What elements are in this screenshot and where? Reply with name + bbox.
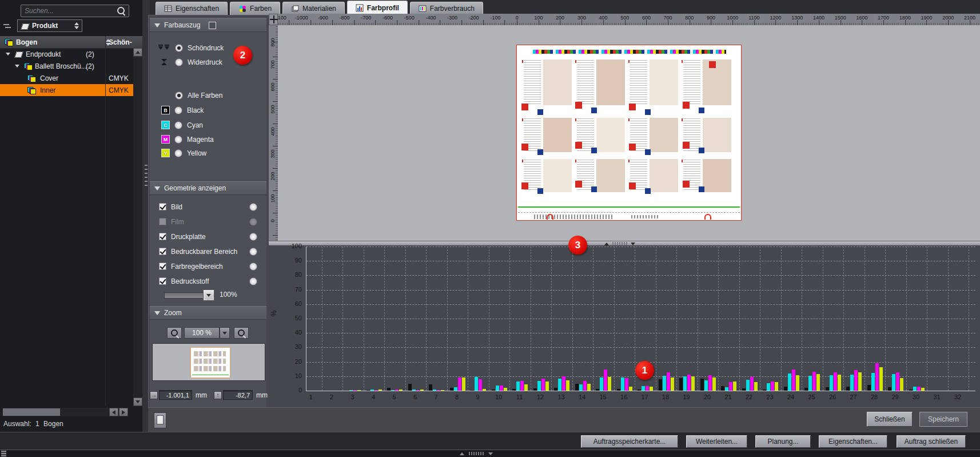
geometry-checkbox[interactable] bbox=[159, 203, 166, 210]
collapse-all-icon[interactable] bbox=[3, 23, 11, 30]
ink-zone-22[interactable] bbox=[741, 377, 758, 391]
ink-zone-10[interactable] bbox=[491, 386, 508, 391]
tree-row-cover[interactable]: Cover CMYK bbox=[0, 72, 133, 84]
ink-zone-8[interactable] bbox=[449, 377, 466, 391]
geometry-radio[interactable] bbox=[249, 277, 257, 285]
section-farbauszug[interactable]: Farbauszug bbox=[150, 18, 266, 32]
tree-vertical-scrollbar[interactable] bbox=[133, 48, 142, 406]
geometry-radio[interactable] bbox=[249, 203, 257, 211]
ink-zone-24[interactable] bbox=[783, 369, 800, 391]
section-geometrie[interactable]: Geometrie anzeigen bbox=[150, 181, 266, 195]
y-coordinate-field[interactable]: -82,7 bbox=[223, 390, 253, 400]
job-button-2[interactable]: Planung... bbox=[755, 435, 811, 448]
section-zoom[interactable]: Zoom bbox=[150, 306, 266, 320]
ink-zone-29[interactable] bbox=[887, 372, 905, 391]
tab-materialien[interactable]: Materialien bbox=[282, 2, 345, 15]
geometry-checkbox[interactable] bbox=[159, 248, 166, 255]
scroll-right-button[interactable] bbox=[119, 408, 128, 416]
geometry-radio[interactable] bbox=[249, 233, 257, 241]
option-magenta[interactable]: M Magenta bbox=[161, 134, 214, 144]
ink-zone-25[interactable] bbox=[804, 372, 821, 391]
tab-farbverbrauch[interactable]: Farbverbrauch bbox=[410, 2, 483, 15]
job-button-1[interactable]: Weiterleiten... bbox=[686, 435, 747, 448]
tree-row-endprodukt[interactable]: Endprodukt (2) bbox=[0, 48, 133, 60]
ink-zone-23[interactable] bbox=[762, 382, 779, 391]
zoom-out-button[interactable] bbox=[167, 327, 182, 339]
job-button-3[interactable]: Eigenschaften... bbox=[819, 435, 887, 448]
splitter-grip[interactable] bbox=[145, 165, 148, 188]
ink-zone-13[interactable] bbox=[553, 376, 571, 391]
black-radio[interactable] bbox=[174, 106, 182, 114]
ink-zone-11[interactable] bbox=[512, 381, 529, 391]
cyan-radio[interactable] bbox=[174, 121, 182, 129]
ink-zone-27[interactable] bbox=[846, 370, 863, 391]
tree-row-inner-selected[interactable]: Inner CMYK bbox=[0, 84, 133, 96]
scroll-down-button[interactable] bbox=[133, 398, 142, 406]
geometry-option-4[interactable]: Farbregelbereich bbox=[159, 261, 257, 271]
canvas-chart-splitter[interactable] bbox=[269, 241, 980, 245]
opacity-slider[interactable] bbox=[164, 292, 204, 299]
option-widerdruck[interactable]: Widerdruck bbox=[158, 57, 222, 67]
x-coordinate-field[interactable]: -1.001,1 bbox=[159, 390, 192, 400]
schoendruck-radio[interactable] bbox=[175, 44, 183, 52]
search-input[interactable]: Suchen... bbox=[21, 5, 129, 17]
geometry-option-1[interactable]: Film bbox=[159, 217, 257, 226]
tab-farbprofil[interactable]: Farbprofil bbox=[347, 1, 408, 15]
scroll-left-button[interactable] bbox=[109, 408, 118, 416]
expander-icon[interactable] bbox=[15, 65, 19, 67]
tree-header-row[interactable]: Bogen Schön- bbox=[0, 36, 142, 49]
tree-horizontal-scrollbar[interactable] bbox=[2, 408, 128, 416]
option-black[interactable]: B Black bbox=[161, 105, 204, 115]
ink-zone-18[interactable] bbox=[658, 372, 675, 391]
geometry-option-3[interactable]: Bedruckbarer Bereich bbox=[159, 247, 257, 256]
widerdruck-radio[interactable] bbox=[175, 58, 183, 66]
job-button-0[interactable]: Auftragsspeicherkarte... bbox=[581, 435, 678, 448]
window-grid-icon[interactable] bbox=[1, 451, 6, 456]
navigator-thumbnail[interactable] bbox=[152, 343, 265, 381]
zoom-in-button[interactable] bbox=[234, 327, 249, 339]
option-schoendruck[interactable]: Schöndruck bbox=[158, 43, 224, 53]
geometry-radio[interactable] bbox=[249, 248, 257, 256]
job-button-4[interactable]: Auftrag schließen bbox=[897, 435, 966, 448]
sheet-document-icon[interactable] bbox=[154, 412, 166, 428]
tab-farben[interactable]: Farben bbox=[230, 2, 280, 15]
geometry-option-2[interactable]: Druckplatte bbox=[159, 232, 257, 241]
ink-zone-20[interactable] bbox=[699, 375, 716, 391]
sheet-preview-canvas[interactable] bbox=[278, 25, 980, 241]
ink-zone-28[interactable] bbox=[866, 363, 883, 391]
close-button[interactable]: Schließen bbox=[867, 412, 913, 427]
section-collapse-icon[interactable] bbox=[154, 311, 160, 315]
ink-zone-12[interactable] bbox=[532, 379, 549, 391]
geometry-radio[interactable] bbox=[249, 263, 257, 271]
ink-zone-17[interactable] bbox=[637, 386, 654, 391]
ink-zone-16[interactable] bbox=[616, 377, 633, 391]
section-collapse-icon[interactable] bbox=[154, 186, 160, 190]
option-cyan[interactable]: C Cyan bbox=[161, 120, 203, 130]
search-icon[interactable] bbox=[117, 7, 125, 14]
geometry-checkbox[interactable] bbox=[159, 277, 166, 285]
ink-zone-15[interactable] bbox=[595, 369, 612, 391]
geometry-checkbox[interactable] bbox=[159, 263, 166, 270]
ink-zone-4[interactable] bbox=[365, 390, 383, 391]
spinner-arrows-icon[interactable] bbox=[74, 22, 79, 29]
scrollbar-thumb[interactable] bbox=[3, 408, 60, 416]
alle-farben-radio[interactable] bbox=[175, 92, 183, 100]
tree-row-ballett[interactable]: Ballett Broschü... (2) bbox=[0, 60, 133, 72]
ink-zone-19[interactable] bbox=[679, 375, 696, 391]
ruler-origin-crosshair[interactable] bbox=[269, 14, 278, 25]
tab-eigenschaften[interactable]: Eigenschaften bbox=[156, 2, 228, 15]
ink-zone-30[interactable] bbox=[908, 387, 925, 391]
yellow-radio[interactable] bbox=[174, 149, 182, 157]
bottom-splitter-handle[interactable] bbox=[456, 451, 496, 456]
zoom-level-select[interactable]: 100 % bbox=[184, 327, 220, 339]
section-collapse-icon[interactable] bbox=[154, 23, 160, 27]
ink-zone-21[interactable] bbox=[720, 382, 738, 391]
option-yellow[interactable]: Y Yellow bbox=[161, 148, 206, 158]
ink-zone-7[interactable] bbox=[428, 384, 445, 391]
magenta-radio[interactable] bbox=[174, 136, 182, 144]
opacity-slider-handle[interactable] bbox=[203, 289, 214, 301]
ink-zone-9[interactable] bbox=[470, 377, 487, 391]
expander-icon[interactable] bbox=[6, 53, 10, 55]
geometry-option-0[interactable]: Bild bbox=[159, 202, 257, 212]
product-view-dropdown[interactable]: Produkt bbox=[17, 19, 82, 32]
